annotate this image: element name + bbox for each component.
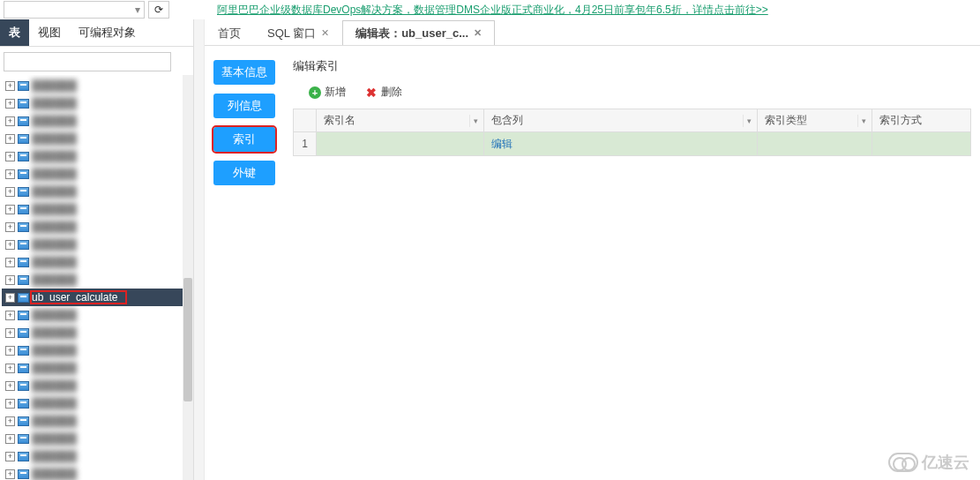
add-label: 新增	[325, 85, 346, 100]
tree-node-label: ██████	[32, 468, 77, 480]
tree-node[interactable]: +██████	[2, 130, 193, 147]
col-contains[interactable]: 包含列 ▾	[484, 109, 758, 131]
refresh-button[interactable]: ⟳	[148, 1, 169, 19]
side-nav-button[interactable]: 列信息	[213, 94, 275, 118]
tree-expand-icon[interactable]: +	[5, 222, 15, 232]
tree-expand-icon[interactable]: +	[5, 434, 15, 444]
edit-link[interactable]: 编辑	[491, 137, 512, 152]
col-index-type-label: 索引类型	[765, 113, 807, 128]
doc-tab[interactable]: SQL 窗口✕	[254, 20, 342, 45]
cell-index-type[interactable]	[758, 132, 872, 155]
col-index-mode[interactable]: 索引方式	[872, 109, 970, 131]
tree-node[interactable]: +██████	[2, 465, 193, 480]
tree-expand-icon[interactable]: +	[5, 169, 15, 179]
tree-expand-icon[interactable]: +	[5, 469, 15, 479]
tree-expand-icon[interactable]: +	[5, 452, 15, 461]
tree-node[interactable]: +██████	[2, 112, 193, 130]
database-selector[interactable]: ▾	[4, 1, 145, 19]
tree-node[interactable]: +██████	[2, 147, 193, 165]
tree-expand-icon[interactable]: +	[5, 187, 15, 197]
add-index-button[interactable]: + 新增	[309, 85, 346, 100]
tree-node[interactable]: +██████	[2, 218, 193, 236]
tree-expand-icon[interactable]: +	[5, 328, 15, 338]
side-nav-button[interactable]: 外键	[213, 161, 275, 185]
tree-search-input[interactable]	[4, 52, 171, 71]
tree-node[interactable]: +██████	[2, 447, 193, 465]
tree-node[interactable]: +██████	[2, 94, 193, 112]
row-number: 1	[294, 132, 317, 155]
tree-node[interactable]: +██████	[2, 324, 193, 341]
content-area: 编辑索引 + 新增 ✖ 删除 索引名	[284, 46, 980, 480]
close-icon[interactable]: ✕	[474, 27, 482, 39]
tree-expand-icon[interactable]: +	[5, 364, 15, 373]
tree-expand-icon[interactable]: +	[5, 81, 15, 91]
table-icon	[18, 134, 29, 144]
tree-node[interactable]: +██████	[2, 271, 193, 289]
tree-scroll-thumb[interactable]	[183, 278, 192, 401]
tree-node[interactable]: +██████	[2, 253, 193, 271]
tree-node[interactable]: +██████	[2, 412, 193, 430]
tree-expand-icon[interactable]: +	[5, 346, 15, 356]
tree-node[interactable]: +██████	[2, 377, 193, 394]
table-icon	[18, 293, 29, 303]
tree-expand-icon[interactable]: +	[5, 399, 15, 409]
tree-expand-icon[interactable]: +	[5, 116, 15, 126]
tree-expand-icon[interactable]: +	[5, 275, 15, 285]
tree-expand-icon[interactable]: +	[5, 152, 15, 161]
tree-expand-icon[interactable]: +	[5, 240, 15, 250]
tree-expand-icon[interactable]: +	[5, 99, 15, 109]
tree-expand-icon[interactable]: +	[5, 258, 15, 267]
object-tree[interactable]: +██████+██████+██████+██████+██████+████…	[0, 75, 193, 480]
tree-expand-icon[interactable]: +	[5, 311, 15, 320]
doc-tab[interactable]: 编辑表：ub_user_c...✕	[342, 20, 495, 45]
tree-node[interactable]: +██████	[2, 165, 193, 183]
tree-node-selected[interactable]: +ub_user_calculate	[2, 289, 193, 306]
grid-row[interactable]: 1 编辑	[294, 132, 970, 155]
table-icon	[18, 99, 29, 109]
cell-index-name[interactable]	[317, 132, 484, 155]
doc-tab-label: SQL 窗口	[267, 26, 316, 41]
tree-expand-icon[interactable]: +	[5, 416, 15, 426]
cell-contains[interactable]: 编辑	[484, 132, 758, 155]
table-icon	[18, 434, 29, 444]
col-index-name-menu-icon[interactable]: ▾	[469, 115, 482, 127]
tree-node-label: ██████	[32, 238, 77, 251]
left-tab-table[interactable]: 表	[0, 19, 29, 46]
close-icon[interactable]: ✕	[321, 27, 329, 39]
tree-node[interactable]: +██████	[2, 200, 193, 218]
cell-index-mode[interactable]	[872, 132, 970, 155]
left-tab-programmable[interactable]: 可编程对象	[70, 19, 145, 46]
tree-node[interactable]: +██████	[2, 236, 193, 253]
tree-scrollbar[interactable]	[183, 75, 193, 480]
side-nav-button[interactable]: 索引	[213, 127, 275, 152]
tree-expand-icon[interactable]: +	[5, 381, 15, 391]
promo-banner-link[interactable]: 阿里巴巴企业级数据库DevOps解决方案，数据管理DMS企业版正式商业化，4月2…	[217, 3, 768, 18]
tree-node[interactable]: +██████	[2, 77, 193, 94]
col-index-mode-label: 索引方式	[879, 113, 922, 128]
col-index-type[interactable]: 索引类型 ▾	[758, 109, 872, 131]
table-icon	[18, 116, 29, 126]
tree-expand-icon[interactable]: +	[5, 293, 15, 303]
col-index-type-menu-icon[interactable]: ▾	[857, 115, 870, 127]
table-icon	[18, 311, 29, 320]
tree-node[interactable]: +██████	[2, 306, 193, 324]
table-icon	[18, 364, 29, 373]
tree-node[interactable]: +██████	[2, 430, 193, 447]
col-index-name[interactable]: 索引名 ▾	[317, 109, 484, 131]
left-tab-view[interactable]: 视图	[29, 19, 70, 46]
tree-node[interactable]: +██████	[2, 359, 193, 377]
tree-node[interactable]: +██████	[2, 341, 193, 359]
panel-splitter[interactable]	[194, 19, 205, 480]
table-icon	[18, 346, 29, 356]
side-nav-button[interactable]: 基本信息	[213, 60, 275, 85]
delete-index-button[interactable]: ✖ 删除	[365, 85, 402, 100]
doc-tab[interactable]: 首页	[205, 20, 254, 45]
table-icon	[18, 416, 29, 426]
tree-node[interactable]: +██████	[2, 394, 193, 412]
tree-expand-icon[interactable]: +	[5, 134, 15, 144]
tree-node-label: ██████	[32, 450, 77, 462]
tree-node-label: ██████	[32, 344, 77, 356]
col-contains-menu-icon[interactable]: ▾	[743, 115, 755, 127]
tree-expand-icon[interactable]: +	[5, 205, 15, 214]
tree-node[interactable]: +██████	[2, 183, 193, 200]
